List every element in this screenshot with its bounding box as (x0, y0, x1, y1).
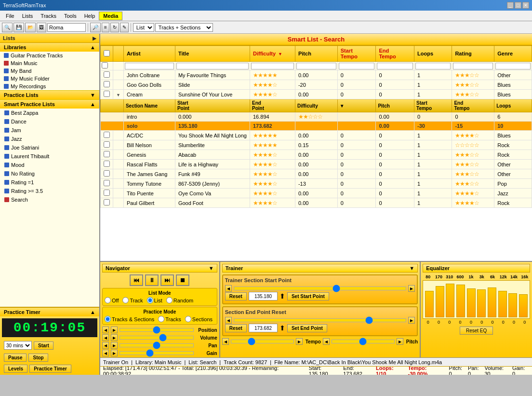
eq-bar[interactable] (436, 286, 444, 317)
eq-bar[interactable] (467, 288, 476, 317)
pm-s-radio[interactable] (185, 316, 191, 322)
pan-left-arrow[interactable]: ◀ (102, 342, 109, 349)
row-check[interactable] (104, 151, 110, 157)
smart-search[interactable]: Search (0, 195, 99, 204)
pos-right-arrow[interactable]: ▶ (111, 327, 118, 333)
table-row[interactable]: Rascal Flatts Life is a Highway ★★★★☆ 0.… (101, 160, 532, 169)
row-check[interactable] (104, 180, 110, 186)
menu-media[interactable]: Media (99, 12, 122, 20)
filter-start-tempo[interactable] (339, 63, 375, 69)
col-loops[interactable]: Loops (414, 46, 452, 62)
eq-bar[interactable] (498, 291, 507, 317)
pm-ts-radio[interactable] (105, 316, 111, 322)
lib-guitar-practice[interactable]: Guitar Practice Tracks (0, 52, 99, 59)
start-point-input[interactable] (249, 292, 278, 300)
smart-laurent[interactable]: Laurent Thibault (0, 152, 99, 161)
eq-bar-col[interactable] (456, 285, 465, 317)
start-slider-right[interactable]: ▶ (408, 285, 415, 292)
toolbar-refresh-button[interactable]: ↻ (110, 23, 119, 32)
pm-ts-label[interactable]: Tracks & Sections (105, 316, 154, 322)
volume-slider[interactable] (120, 336, 194, 340)
pan-slider[interactable] (120, 343, 194, 347)
gain-left-arrow[interactable]: ◀ (102, 350, 109, 356)
menu-tools[interactable]: Tools (60, 12, 80, 20)
vol-left-arrow[interactable]: ◀ (102, 334, 109, 341)
row-check[interactable] (104, 81, 110, 87)
maximize-button[interactable]: □ (515, 2, 521, 9)
mode-track-label[interactable]: Track (122, 297, 143, 303)
timer-pause-button[interactable]: Pause (4, 354, 27, 362)
lib-recordings[interactable]: My Recordings (0, 82, 99, 90)
smart-jam[interactable]: Jam (0, 126, 99, 135)
filter-end-tempo[interactable] (377, 63, 413, 69)
col-end-tempo[interactable]: EndTempo (376, 46, 414, 62)
row-check[interactable] (104, 91, 110, 97)
forward-button[interactable]: ⏭ (160, 274, 174, 286)
eq-reset-button[interactable]: Reset EQ (460, 327, 493, 335)
smart-mood[interactable]: Mood (0, 161, 99, 169)
mode-off-radio[interactable] (105, 297, 111, 303)
filter-check[interactable] (102, 62, 108, 68)
end-slider-right[interactable]: ▶ (408, 317, 415, 324)
timer-header[interactable]: Practice Timer ▲ (0, 308, 99, 316)
position-slider[interactable] (120, 328, 194, 332)
minimize-button[interactable]: _ (507, 2, 514, 9)
eq-bar[interactable] (488, 287, 496, 317)
levels-button[interactable]: Levels (4, 365, 27, 373)
view-select[interactable]: Tracks + Sections (155, 23, 213, 32)
end-spinner[interactable]: ⬆ (279, 324, 285, 332)
list-select[interactable]: List (133, 23, 154, 32)
eq-bar[interactable] (477, 289, 486, 317)
eq-bar[interactable] (456, 285, 465, 317)
menu-help[interactable]: Help (80, 12, 99, 20)
set-start-button[interactable]: Set Start Point (287, 292, 329, 300)
start-slider-left[interactable]: ◀ (225, 285, 232, 292)
timer-stop-button[interactable]: Stop (28, 354, 48, 362)
eq-bar-col[interactable] (436, 286, 444, 317)
end-point-input[interactable] (249, 324, 278, 332)
expand-button[interactable]: ▼ (116, 93, 120, 97)
eq-bar-col[interactable] (477, 289, 486, 317)
libraries-header[interactable]: Libraries ▲ (0, 43, 99, 52)
section-row[interactable]: intro 0.000 16.894 ★★☆☆☆ 0.00 0 0 6 (101, 112, 532, 122)
rewind-button[interactable]: ⏮ (130, 274, 143, 286)
lists-arrow[interactable]: ▶ (93, 36, 96, 41)
eq-bar[interactable] (446, 284, 454, 317)
tempo-right[interactable]: ▶ (296, 338, 303, 345)
start-spinner[interactable]: ⬆ (279, 292, 285, 300)
filter-title[interactable] (176, 63, 249, 69)
section-row[interactable]: solo 135.180 173.682 ★★★★☆ 0.00 -30 -15 … (101, 122, 532, 131)
row-check[interactable] (104, 170, 110, 177)
smart-best-zappa[interactable]: Best Zappa (0, 109, 99, 117)
mode-track-radio[interactable] (122, 297, 129, 303)
filter-rating[interactable] (453, 63, 493, 69)
pause-button[interactable]: ⏸ (145, 274, 159, 286)
end-slider-left[interactable]: ◀ (225, 317, 232, 324)
mode-list-radio[interactable] (147, 297, 153, 303)
filter-genre[interactable] (495, 63, 531, 69)
toolbar-edit-button[interactable]: ✎ (120, 23, 129, 32)
search-input[interactable] (47, 23, 86, 32)
table-row[interactable]: Goo Goo Dolls Slide ★★★★☆ -20 0 0 1 ★★★☆… (101, 80, 532, 90)
mode-off-label[interactable]: Off (105, 297, 119, 303)
toolbar-open-button[interactable]: 📂 (25, 23, 36, 32)
set-end-button[interactable]: Set End Point (287, 324, 327, 332)
vol-right-arrow[interactable]: ▶ (111, 334, 118, 341)
smart-rating-1[interactable]: Rating =1 (0, 178, 99, 187)
timer-start-button[interactable]: Start (34, 341, 53, 350)
row-check[interactable] (104, 132, 110, 138)
toolbar-list-button[interactable]: ≡ (102, 23, 109, 32)
row-check[interactable] (104, 199, 110, 205)
toolbar-img-button[interactable]: 🖼 (37, 23, 46, 32)
close-button[interactable]: ✕ (522, 2, 529, 9)
lib-my-band[interactable]: My Band (0, 67, 99, 75)
col-title[interactable]: Title (175, 46, 250, 62)
eq-bar-col[interactable] (498, 291, 507, 317)
tempo-slider[interactable] (231, 340, 294, 343)
select-all-check[interactable] (104, 50, 110, 56)
trainer-arrow[interactable]: ▼ (409, 265, 414, 271)
table-row[interactable]: AC/DC You Shook Me All Night Long ★★★★★ … (101, 131, 532, 140)
col-difficulty[interactable]: Difficulty ▼ (250, 46, 295, 62)
start-point-slider[interactable] (234, 287, 407, 290)
eq-bar-col[interactable] (467, 288, 476, 317)
